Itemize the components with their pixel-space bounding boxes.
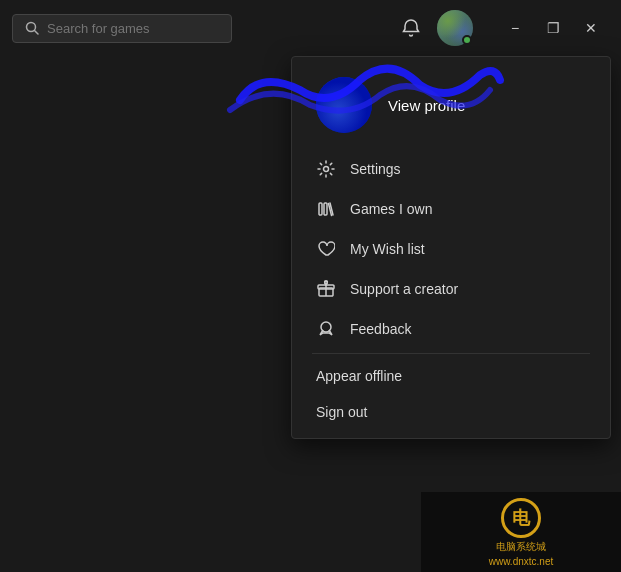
appear-offline-item[interactable]: Appear offline — [292, 358, 610, 394]
title-bar-right: − ❐ ✕ — [393, 10, 609, 46]
dropdown-menu: View profile Settings Game — [291, 56, 611, 439]
search-icon — [25, 21, 39, 35]
svg-line-1 — [35, 31, 39, 35]
gift-icon — [316, 279, 336, 299]
watermark: 电 电脑系统城 www.dnxtc.net — [421, 492, 621, 572]
title-bar: − ❐ ✕ — [0, 0, 621, 56]
search-input[interactable] — [47, 21, 207, 36]
online-indicator — [462, 35, 472, 45]
minimize-button[interactable]: − — [497, 10, 533, 46]
svg-rect-4 — [324, 203, 327, 215]
settings-icon — [316, 159, 336, 179]
menu-divider — [312, 353, 590, 354]
games-own-label: Games I own — [350, 201, 432, 217]
watermark-line2: www.dnxtc.net — [489, 556, 553, 567]
restore-button[interactable]: ❐ — [535, 10, 571, 46]
feedback-label: Feedback — [350, 321, 411, 337]
feedback-icon — [316, 319, 336, 339]
games-own-menu-item[interactable]: Games I own — [292, 189, 610, 229]
svg-rect-3 — [319, 203, 322, 215]
close-button[interactable]: ✕ — [573, 10, 609, 46]
svg-point-2 — [324, 167, 329, 172]
wishlist-menu-item[interactable]: My Wish list — [292, 229, 610, 269]
avatar-container[interactable] — [437, 10, 473, 46]
sign-out-label: Sign out — [316, 404, 367, 420]
settings-label: Settings — [350, 161, 401, 177]
sign-out-item[interactable]: Sign out — [292, 394, 610, 430]
feedback-menu-item[interactable]: Feedback — [292, 309, 610, 349]
watermark-circle: 电 — [501, 498, 541, 538]
view-profile-link[interactable]: View profile — [388, 97, 465, 114]
search-box[interactable] — [12, 14, 232, 43]
watermark-line1: 电脑系统城 — [496, 540, 546, 554]
support-menu-item[interactable]: Support a creator — [292, 269, 610, 309]
support-label: Support a creator — [350, 281, 458, 297]
settings-menu-item[interactable]: Settings — [292, 149, 610, 189]
notification-bell[interactable] — [393, 14, 429, 42]
wishlist-label: My Wish list — [350, 241, 425, 257]
profile-avatar-shape — [316, 77, 372, 133]
library-icon — [316, 199, 336, 219]
appear-offline-label: Appear offline — [316, 368, 402, 384]
heart-icon — [316, 239, 336, 259]
profile-avatar — [316, 77, 372, 133]
profile-section: View profile — [292, 57, 610, 149]
window-controls: − ❐ ✕ — [497, 10, 609, 46]
